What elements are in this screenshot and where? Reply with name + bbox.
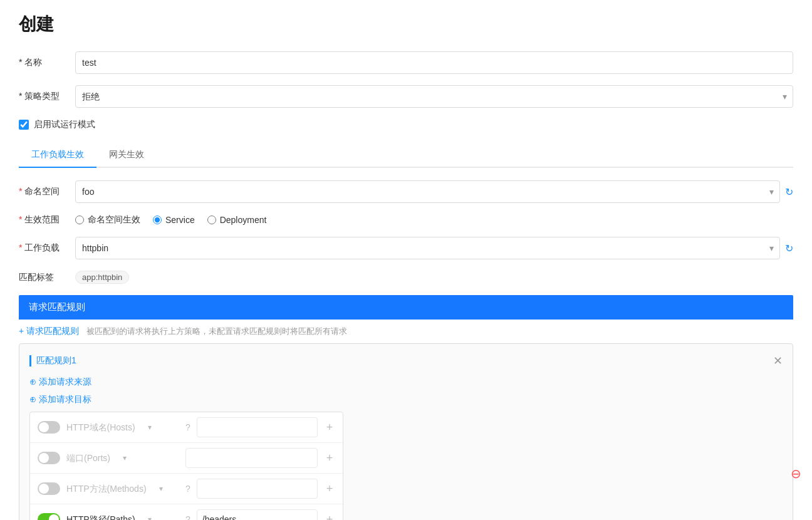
trial-mode-label: 启用试运行模式 [34, 119, 95, 130]
match-label-row: 匹配标签 app:httpbin [19, 271, 793, 284]
section-title: 请求匹配规则 [19, 295, 793, 320]
filter-wrapper: HTTP域名(Hosts) ▾ ? + 端口(Ports) ▾ [29, 412, 783, 520]
workload-select-wrap: httpbin ▾ [75, 237, 780, 259]
workload-select[interactable]: httpbin [75, 237, 780, 259]
page-title: 创建 [19, 13, 793, 36]
namespace-select-wrap: foo ▾ [75, 180, 780, 203]
methods-select-wrap: HTTP方法(Methods) ▾ [66, 484, 179, 494]
paths-help-icon[interactable]: ? [185, 514, 190, 520]
add-source-row: ⊕ 添加请求来源 [29, 377, 783, 388]
add-target-row: ⊕ 添加请求目标 [29, 394, 783, 405]
workload-label: 工作负载 [19, 242, 75, 254]
strategy-select-wrap: 拒绝 允许 ▾ [75, 85, 793, 108]
tab-gateway[interactable]: 网关生效 [96, 143, 157, 168]
rule-card-1: 匹配规则1 ✕ ⊕ 添加请求来源 ⊕ 添加请求目标 HTTP域名(Hosts) … [19, 343, 793, 520]
workload-row: 工作负载 httpbin ▾ ↻ [19, 237, 793, 259]
scope-service-label: Service [165, 215, 195, 225]
ports-select-wrap: 端口(Ports) ▾ [66, 453, 179, 463]
rule-close-button[interactable]: ✕ [773, 354, 783, 368]
hosts-plus-button[interactable]: + [324, 421, 336, 434]
ports-select[interactable]: 端口(Ports) [66, 453, 120, 463]
rule-card-name: 匹配规则1 [29, 355, 76, 367]
paths-chevron-icon: ▾ [148, 515, 152, 520]
trial-mode-row: 启用试运行模式 [19, 119, 793, 130]
scope-service-radio[interactable] [153, 216, 162, 224]
filter-row-methods: HTTP方法(Methods) ▾ ? + [30, 474, 343, 504]
match-tag: app:httpbin [75, 271, 129, 284]
ports-toggle[interactable] [38, 452, 60, 464]
strategy-select[interactable]: 拒绝 允许 [75, 85, 793, 108]
scope-service-option[interactable]: Service [153, 215, 195, 225]
paths-plus-button[interactable]: + [324, 513, 336, 521]
workload-refresh-icon[interactable]: ↻ [785, 242, 793, 254]
methods-toggle[interactable] [38, 482, 60, 495]
namespace-label: 命名空间 [19, 186, 75, 197]
add-rule-link[interactable]: + 请求匹配规则 [19, 326, 79, 337]
filter-row-paths: HTTP路径(Paths) ▾ ? + [30, 504, 343, 520]
filter-group-minus-button[interactable]: ⊖ [791, 466, 801, 481]
namespace-row: 命名空间 foo ▾ ↻ [19, 180, 793, 203]
methods-chevron-icon: ▾ [159, 484, 163, 493]
match-label-label: 匹配标签 [19, 272, 75, 283]
namespace-select[interactable]: foo [75, 180, 780, 203]
methods-input[interactable] [197, 479, 318, 499]
hosts-toggle[interactable] [38, 421, 60, 434]
ports-input[interactable] [185, 448, 318, 468]
request-matching-section: 请求匹配规则 + 请求匹配规则 被匹配到的请求将执行上方策略，未配置请求匹配规则… [19, 295, 793, 520]
hosts-select-wrap: HTTP域名(Hosts) ▾ [66, 422, 179, 432]
scope-namespace-label: 命名空间生效 [88, 214, 140, 226]
methods-select[interactable]: HTTP方法(Methods) [66, 484, 157, 494]
hosts-chevron-icon: ▾ [148, 423, 152, 432]
scope-row: 生效范围 命名空间生效 Service Deployment [19, 214, 793, 226]
ports-plus-button[interactable]: + [324, 452, 336, 465]
paths-input[interactable] [197, 509, 318, 520]
paths-select-wrap: HTTP路径(Paths) ▾ [66, 514, 179, 520]
namespace-refresh-icon[interactable]: ↻ [785, 186, 793, 198]
trial-mode-checkbox[interactable] [19, 120, 29, 130]
methods-help-icon[interactable]: ? [185, 484, 190, 494]
scope-deployment-radio[interactable] [207, 216, 216, 224]
filter-table: HTTP域名(Hosts) ▾ ? + 端口(Ports) ▾ [29, 412, 343, 520]
scope-deployment-option[interactable]: Deployment [207, 215, 267, 225]
add-rule-row: + 请求匹配规则 被匹配到的请求将执行上方策略，未配置请求匹配规则时将匹配所有请… [19, 320, 793, 343]
effect-tabs: 工作负载生效 网关生效 [19, 143, 793, 168]
filter-row-ports: 端口(Ports) ▾ + [30, 443, 343, 474]
scope-deployment-label: Deployment [220, 215, 267, 225]
add-source-link[interactable]: ⊕ 添加请求来源 [29, 377, 783, 388]
strategy-label: * 策略类型 [19, 91, 75, 102]
filter-row-hosts: HTTP域名(Hosts) ▾ ? + [30, 412, 343, 443]
paths-select[interactable]: HTTP路径(Paths) [66, 514, 145, 520]
hosts-input[interactable] [197, 417, 318, 437]
name-row: * 名称 [19, 51, 793, 74]
tab-workload[interactable]: 工作负载生效 [19, 143, 96, 168]
name-label: * 名称 [19, 57, 75, 68]
rule-hint: 被匹配到的请求将执行上方策略，未配置请求匹配规则时将匹配所有请求 [86, 326, 347, 337]
methods-plus-button[interactable]: + [324, 482, 336, 496]
scope-label: 生效范围 [19, 214, 75, 226]
paths-toggle[interactable] [38, 513, 60, 520]
scope-namespace-option[interactable]: 命名空间生效 [75, 214, 140, 226]
scope-namespace-radio[interactable] [75, 216, 84, 224]
strategy-row: * 策略类型 拒绝 允许 ▾ [19, 85, 793, 108]
ports-chevron-icon: ▾ [123, 454, 127, 462]
rule-card-header: 匹配规则1 ✕ [29, 354, 783, 368]
hosts-help-icon[interactable]: ? [185, 422, 190, 432]
add-target-link[interactable]: ⊕ 添加请求目标 [29, 394, 783, 405]
hosts-select[interactable]: HTTP域名(Hosts) [66, 422, 145, 432]
scope-radio-group: 命名空间生效 Service Deployment [75, 214, 266, 226]
name-input[interactable] [75, 51, 793, 74]
